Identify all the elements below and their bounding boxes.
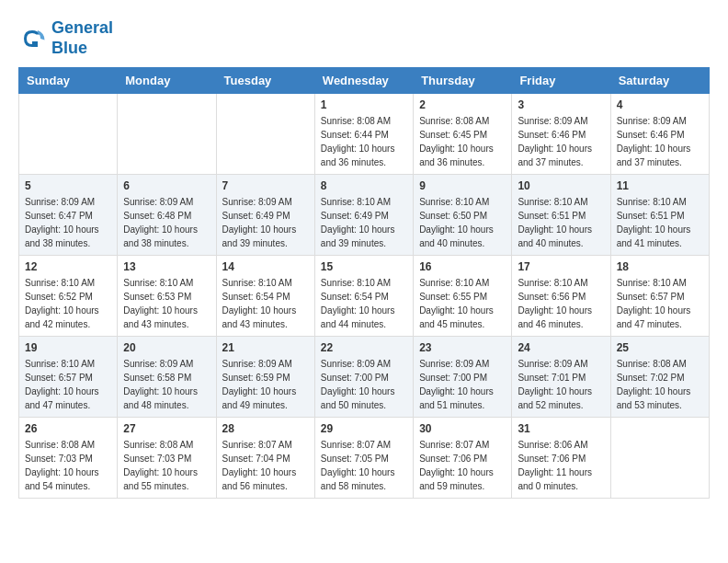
day-info: Sunrise: 8:10 AM Sunset: 6:53 PM Dayligh… <box>123 276 210 331</box>
calendar-week-row: 12Sunrise: 8:10 AM Sunset: 6:52 PM Dayli… <box>19 256 710 337</box>
day-info: Sunrise: 8:10 AM Sunset: 6:51 PM Dayligh… <box>617 195 703 250</box>
day-info: Sunrise: 8:07 AM Sunset: 7:05 PM Dayligh… <box>321 438 407 493</box>
day-info: Sunrise: 8:10 AM Sunset: 6:51 PM Dayligh… <box>518 195 604 250</box>
day-number: 20 <box>123 341 210 354</box>
day-info: Sunrise: 8:10 AM Sunset: 6:56 PM Dayligh… <box>518 276 604 331</box>
day-number: 22 <box>321 341 407 354</box>
day-info: Sunrise: 8:09 AM Sunset: 6:59 PM Dayligh… <box>222 357 309 412</box>
calendar-cell: 14Sunrise: 8:10 AM Sunset: 6:54 PM Dayli… <box>216 256 314 337</box>
calendar-cell: 28Sunrise: 8:07 AM Sunset: 7:04 PM Dayli… <box>216 418 314 499</box>
day-number: 6 <box>123 179 210 192</box>
calendar-cell <box>216 94 314 175</box>
day-number: 27 <box>123 422 210 435</box>
calendar-cell <box>610 418 709 499</box>
logo-text: General Blue <box>51 18 113 58</box>
logo-icon <box>18 25 46 52</box>
day-number: 24 <box>518 341 604 354</box>
calendar-cell: 10Sunrise: 8:10 AM Sunset: 6:51 PM Dayli… <box>512 175 610 256</box>
calendar-cell: 31Sunrise: 8:06 AM Sunset: 7:06 PM Dayli… <box>512 418 610 499</box>
day-number: 23 <box>419 341 506 354</box>
calendar-cell: 23Sunrise: 8:09 AM Sunset: 7:00 PM Dayli… <box>414 337 512 418</box>
day-number: 13 <box>123 260 210 273</box>
calendar-cell: 18Sunrise: 8:10 AM Sunset: 6:57 PM Dayli… <box>610 256 709 337</box>
day-number: 31 <box>518 422 604 435</box>
logo: General Blue <box>18 18 113 58</box>
calendar-cell: 15Sunrise: 8:10 AM Sunset: 6:54 PM Dayli… <box>314 256 413 337</box>
day-info: Sunrise: 8:08 AM Sunset: 7:02 PM Dayligh… <box>617 357 703 412</box>
calendar-cell: 7Sunrise: 8:09 AM Sunset: 6:49 PM Daylig… <box>216 175 314 256</box>
calendar-cell: 29Sunrise: 8:07 AM Sunset: 7:05 PM Dayli… <box>314 418 413 499</box>
calendar-cell: 26Sunrise: 8:08 AM Sunset: 7:03 PM Dayli… <box>19 418 118 499</box>
day-number: 2 <box>419 98 506 111</box>
day-number: 21 <box>222 341 309 354</box>
calendar-cell: 27Sunrise: 8:08 AM Sunset: 7:03 PM Dayli… <box>118 418 216 499</box>
calendar-cell: 12Sunrise: 8:10 AM Sunset: 6:52 PM Dayli… <box>19 256 118 337</box>
calendar-cell: 9Sunrise: 8:10 AM Sunset: 6:50 PM Daylig… <box>414 175 512 256</box>
day-info: Sunrise: 8:10 AM Sunset: 6:57 PM Dayligh… <box>617 276 703 331</box>
day-number: 29 <box>321 422 407 435</box>
day-info: Sunrise: 8:08 AM Sunset: 6:44 PM Dayligh… <box>321 114 407 169</box>
day-number: 5 <box>25 179 111 192</box>
day-info: Sunrise: 8:09 AM Sunset: 6:47 PM Dayligh… <box>25 195 111 250</box>
calendar-cell: 25Sunrise: 8:08 AM Sunset: 7:02 PM Dayli… <box>610 337 709 418</box>
calendar-cell: 17Sunrise: 8:10 AM Sunset: 6:56 PM Dayli… <box>512 256 610 337</box>
day-number: 17 <box>518 260 604 273</box>
calendar-week-row: 1Sunrise: 8:08 AM Sunset: 6:44 PM Daylig… <box>19 94 710 175</box>
calendar-cell: 22Sunrise: 8:09 AM Sunset: 7:00 PM Dayli… <box>314 337 413 418</box>
calendar-cell <box>19 94 118 175</box>
weekday-header: Sunday <box>19 68 118 94</box>
weekday-header: Friday <box>512 68 610 94</box>
calendar-week-row: 5Sunrise: 8:09 AM Sunset: 6:47 PM Daylig… <box>19 175 710 256</box>
calendar-cell: 11Sunrise: 8:10 AM Sunset: 6:51 PM Dayli… <box>610 175 709 256</box>
day-number: 16 <box>419 260 506 273</box>
calendar-week-row: 26Sunrise: 8:08 AM Sunset: 7:03 PM Dayli… <box>19 418 710 499</box>
day-info: Sunrise: 8:10 AM Sunset: 6:55 PM Dayligh… <box>419 276 506 331</box>
page-header: General Blue <box>18 18 710 58</box>
day-number: 25 <box>617 341 703 354</box>
weekday-header: Saturday <box>610 68 709 94</box>
weekday-header-row: SundayMondayTuesdayWednesdayThursdayFrid… <box>19 68 710 94</box>
day-info: Sunrise: 8:09 AM Sunset: 7:00 PM Dayligh… <box>419 357 506 412</box>
day-info: Sunrise: 8:09 AM Sunset: 6:48 PM Dayligh… <box>123 195 210 250</box>
day-number: 26 <box>25 422 111 435</box>
day-number: 11 <box>617 179 703 192</box>
day-number: 10 <box>518 179 604 192</box>
day-info: Sunrise: 8:09 AM Sunset: 6:46 PM Dayligh… <box>617 114 703 169</box>
day-number: 28 <box>222 422 309 435</box>
calendar-week-row: 19Sunrise: 8:10 AM Sunset: 6:57 PM Dayli… <box>19 337 710 418</box>
day-info: Sunrise: 8:07 AM Sunset: 7:04 PM Dayligh… <box>222 438 309 493</box>
day-number: 7 <box>222 179 309 192</box>
weekday-header: Monday <box>118 68 216 94</box>
calendar-cell: 19Sunrise: 8:10 AM Sunset: 6:57 PM Dayli… <box>19 337 118 418</box>
day-info: Sunrise: 8:09 AM Sunset: 6:58 PM Dayligh… <box>123 357 210 412</box>
calendar-cell: 6Sunrise: 8:09 AM Sunset: 6:48 PM Daylig… <box>118 175 216 256</box>
day-info: Sunrise: 8:09 AM Sunset: 7:00 PM Dayligh… <box>321 357 407 412</box>
day-number: 8 <box>321 179 407 192</box>
day-number: 12 <box>25 260 111 273</box>
day-number: 3 <box>518 98 604 111</box>
day-info: Sunrise: 8:10 AM Sunset: 6:49 PM Dayligh… <box>321 195 407 250</box>
day-info: Sunrise: 8:08 AM Sunset: 7:03 PM Dayligh… <box>123 438 210 493</box>
calendar-cell: 30Sunrise: 8:07 AM Sunset: 7:06 PM Dayli… <box>414 418 512 499</box>
weekday-header: Tuesday <box>216 68 314 94</box>
day-info: Sunrise: 8:07 AM Sunset: 7:06 PM Dayligh… <box>419 438 506 493</box>
calendar-cell: 3Sunrise: 8:09 AM Sunset: 6:46 PM Daylig… <box>512 94 610 175</box>
calendar-cell: 1Sunrise: 8:08 AM Sunset: 6:44 PM Daylig… <box>314 94 413 175</box>
calendar-cell <box>118 94 216 175</box>
day-info: Sunrise: 8:09 AM Sunset: 7:01 PM Dayligh… <box>518 357 604 412</box>
day-number: 30 <box>419 422 506 435</box>
day-info: Sunrise: 8:10 AM Sunset: 6:54 PM Dayligh… <box>222 276 309 331</box>
calendar-cell: 21Sunrise: 8:09 AM Sunset: 6:59 PM Dayli… <box>216 337 314 418</box>
day-number: 18 <box>617 260 703 273</box>
day-info: Sunrise: 8:10 AM Sunset: 6:52 PM Dayligh… <box>25 276 111 331</box>
day-info: Sunrise: 8:10 AM Sunset: 6:50 PM Dayligh… <box>419 195 506 250</box>
day-info: Sunrise: 8:10 AM Sunset: 6:54 PM Dayligh… <box>321 276 407 331</box>
day-number: 14 <box>222 260 309 273</box>
day-info: Sunrise: 8:08 AM Sunset: 7:03 PM Dayligh… <box>25 438 111 493</box>
calendar-table: SundayMondayTuesdayWednesdayThursdayFrid… <box>18 67 710 499</box>
calendar-cell: 24Sunrise: 8:09 AM Sunset: 7:01 PM Dayli… <box>512 337 610 418</box>
calendar-cell: 5Sunrise: 8:09 AM Sunset: 6:47 PM Daylig… <box>19 175 118 256</box>
day-number: 1 <box>321 98 407 111</box>
day-number: 9 <box>419 179 506 192</box>
weekday-header: Wednesday <box>314 68 413 94</box>
